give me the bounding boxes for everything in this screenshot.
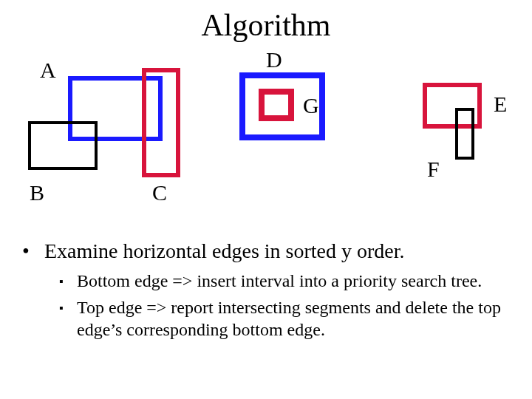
bullet-marker-lvl2: ▪: [59, 296, 77, 341]
bullet-text-sub-1: Top edge => report intersecting segments…: [77, 296, 510, 341]
bullet-text-sub-0: Bottom edge => insert interval into a pr…: [77, 270, 482, 292]
label-C: C: [152, 180, 167, 205]
algorithm-diagram: A B C D G E F: [0, 44, 532, 222]
slide-title: Algorithm: [0, 7, 532, 43]
rect-C: [142, 68, 180, 177]
label-A: A: [40, 58, 56, 83]
label-D: D: [266, 47, 282, 72]
bullet-lvl2-1: ▪ Top edge => report intersecting segmen…: [59, 296, 510, 341]
bullet-lvl1: • Examine horizontal edges in sorted y o…: [22, 238, 510, 264]
label-F: F: [427, 157, 440, 182]
label-E: E: [494, 92, 507, 117]
rect-B: [28, 121, 98, 170]
bullet-marker-lvl1: •: [22, 238, 44, 264]
rect-F: [455, 108, 474, 160]
label-B: B: [30, 180, 44, 205]
rect-G: [259, 89, 294, 121]
bullet-marker-lvl2: ▪: [59, 270, 77, 292]
bullet-text-top: Examine horizontal edges in sorted y ord…: [44, 238, 405, 264]
label-G: G: [303, 93, 319, 118]
bullet-lvl2-0: ▪ Bottom edge => insert interval into a …: [59, 270, 510, 292]
bullet-list: • Examine horizontal edges in sorted y o…: [22, 238, 510, 345]
